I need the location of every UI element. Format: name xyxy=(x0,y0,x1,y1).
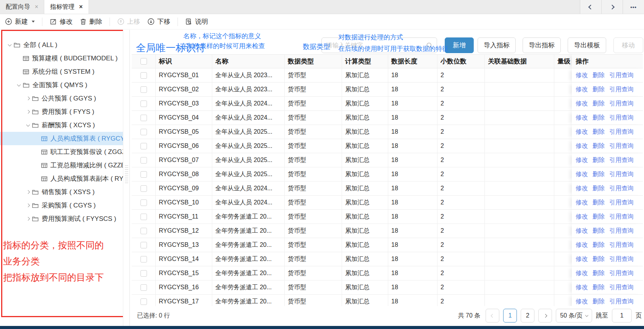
new-button[interactable]: 新建 xyxy=(5,17,35,26)
row-modify-link[interactable]: 修改 xyxy=(576,128,588,136)
row-checkbox[interactable] xyxy=(140,86,147,93)
tab-indicator-management[interactable]: 指标管理 × xyxy=(44,0,89,14)
tab-scroll-right-button[interactable] xyxy=(601,0,623,14)
row-delete-link[interactable]: 删除 xyxy=(592,170,605,178)
row-delete-link[interactable]: 删除 xyxy=(592,227,605,235)
select-all-checkbox[interactable] xyxy=(140,58,147,65)
row-reference-query-link[interactable]: 引用查询 xyxy=(609,86,634,94)
tab-config-wizard[interactable]: 配置向导 × xyxy=(0,0,44,14)
row-modify-link[interactable]: 修改 xyxy=(576,298,588,306)
page-button-2[interactable]: 2 xyxy=(521,309,534,323)
tree-item[interactable]: 全面预算 ( QMYS ) xyxy=(0,78,123,92)
row-modify-link[interactable]: 修改 xyxy=(576,71,588,79)
row-checkbox[interactable] xyxy=(140,242,147,248)
chevron-down-icon[interactable] xyxy=(15,84,23,86)
import-indicators-button[interactable]: 导入指标 xyxy=(478,37,516,53)
row-reference-query-link[interactable]: 引用查询 xyxy=(609,241,634,249)
row-delete-link[interactable]: 删除 xyxy=(592,241,605,249)
row-checkbox[interactable] xyxy=(140,100,147,107)
page-size-select[interactable]: 50 条/页 xyxy=(556,309,592,323)
row-delete-link[interactable]: 删除 xyxy=(592,284,605,292)
tree-item[interactable]: 预算建模 ( BUDGETMODEL ) xyxy=(0,52,123,65)
chevron-right-icon[interactable] xyxy=(24,191,32,193)
chevron-down-icon[interactable] xyxy=(24,125,32,126)
panel-splitter[interactable] xyxy=(123,30,130,326)
tree-item[interactable]: 费用预算 ( FYYS ) xyxy=(0,105,123,118)
tree-item[interactable]: 职工工资预算假设 ( ZGGZ xyxy=(0,145,123,159)
row-delete-link[interactable]: 删除 xyxy=(592,298,605,306)
row-modify-link[interactable]: 修改 xyxy=(576,199,588,207)
tree-item[interactable]: 人员构成预算表副本 ( RYG xyxy=(0,172,123,185)
row-modify-link[interactable]: 修改 xyxy=(576,269,588,277)
tree-item[interactable]: 人员构成预算表 ( RYGCYS xyxy=(0,132,123,145)
row-delete-link[interactable]: 删除 xyxy=(592,71,605,79)
modify-button[interactable]: 修改 xyxy=(50,17,73,26)
row-checkbox[interactable] xyxy=(140,256,147,263)
tree-item[interactable]: 系统分组 ( SYSTEM ) xyxy=(0,65,123,78)
tree-item[interactable]: 费用预算测试 ( FYYSCS ) xyxy=(0,212,123,225)
row-reference-query-link[interactable]: 引用查询 xyxy=(609,71,634,79)
row-reference-query-link[interactable]: 引用查询 xyxy=(609,213,634,221)
row-reference-query-link[interactable]: 引用查询 xyxy=(609,100,634,108)
row-checkbox[interactable] xyxy=(140,284,147,291)
tree-item[interactable]: 采购预算 ( CGYS ) xyxy=(0,199,123,212)
tree-item[interactable]: 公共预算 ( GGYS ) xyxy=(0,92,123,105)
row-checkbox[interactable] xyxy=(140,185,147,192)
chevron-right-icon[interactable] xyxy=(24,110,32,113)
tree-item[interactable]: 销售预算 ( XSYS ) xyxy=(0,185,123,199)
row-delete-link[interactable]: 删除 xyxy=(592,185,605,193)
row-modify-link[interactable]: 修改 xyxy=(576,156,588,164)
row-modify-link[interactable]: 修改 xyxy=(576,114,588,122)
chevron-right-icon[interactable] xyxy=(24,217,32,220)
row-reference-query-link[interactable]: 引用查询 xyxy=(609,298,634,306)
chevron-down-icon[interactable] xyxy=(5,44,14,46)
row-delete-link[interactable]: 删除 xyxy=(592,269,605,277)
row-delete-link[interactable]: 删除 xyxy=(592,255,605,263)
export-template-button[interactable]: 导出模板 xyxy=(568,37,606,53)
row-modify-link[interactable]: 修改 xyxy=(576,213,588,221)
row-delete-link[interactable]: 删除 xyxy=(592,100,605,108)
tree-item[interactable]: 工资总额增减比例 ( GZZE xyxy=(0,159,123,172)
row-reference-query-link[interactable]: 引用查询 xyxy=(609,185,634,193)
row-checkbox[interactable] xyxy=(140,298,147,305)
row-reference-query-link[interactable]: 引用查询 xyxy=(609,255,634,263)
row-reference-query-link[interactable]: 引用查询 xyxy=(609,269,634,277)
row-reference-query-link[interactable]: 引用查询 xyxy=(609,284,634,292)
row-reference-query-link[interactable]: 引用查询 xyxy=(609,199,634,207)
close-icon[interactable]: × xyxy=(35,4,38,10)
row-reference-query-link[interactable]: 引用查询 xyxy=(609,227,634,235)
tab-more-button[interactable]: ••• xyxy=(623,0,644,14)
row-checkbox[interactable] xyxy=(140,115,147,121)
row-checkbox[interactable] xyxy=(140,270,147,277)
row-modify-link[interactable]: 修改 xyxy=(576,227,588,235)
search-input[interactable] xyxy=(322,42,426,49)
row-modify-link[interactable]: 修改 xyxy=(576,241,588,249)
row-checkbox[interactable] xyxy=(140,199,147,206)
tree-item[interactable]: 全部 ( ALL ) xyxy=(0,38,123,52)
row-checkbox[interactable] xyxy=(140,228,147,234)
row-reference-query-link[interactable]: 引用查询 xyxy=(609,156,634,164)
row-checkbox[interactable] xyxy=(140,129,147,135)
row-checkbox[interactable] xyxy=(140,143,147,149)
row-delete-link[interactable]: 删除 xyxy=(592,86,605,94)
row-checkbox[interactable] xyxy=(140,214,147,220)
add-button[interactable]: 新增 xyxy=(445,37,474,53)
row-modify-link[interactable]: 修改 xyxy=(576,284,588,292)
row-reference-query-link[interactable]: 引用查询 xyxy=(609,128,634,136)
row-delete-link[interactable]: 删除 xyxy=(592,199,605,207)
jump-page-input[interactable] xyxy=(612,309,632,323)
tree-item[interactable]: 薪酬预算 ( XCYS ) xyxy=(0,118,123,132)
row-reference-query-link[interactable]: 引用查询 xyxy=(609,114,634,122)
row-modify-link[interactable]: 修改 xyxy=(576,170,588,178)
row-modify-link[interactable]: 修改 xyxy=(576,142,588,150)
next-page-button[interactable] xyxy=(538,309,552,323)
delete-button[interactable]: 删除 xyxy=(80,17,102,26)
tab-scroll-left-button[interactable] xyxy=(580,0,601,14)
row-delete-link[interactable]: 删除 xyxy=(592,114,605,122)
chevron-right-icon[interactable] xyxy=(24,204,32,207)
row-modify-link[interactable]: 修改 xyxy=(576,185,588,193)
row-modify-link[interactable]: 修改 xyxy=(576,86,588,94)
row-delete-link[interactable]: 删除 xyxy=(592,128,605,136)
row-reference-query-link[interactable]: 引用查询 xyxy=(609,142,634,150)
row-checkbox[interactable] xyxy=(140,157,147,164)
